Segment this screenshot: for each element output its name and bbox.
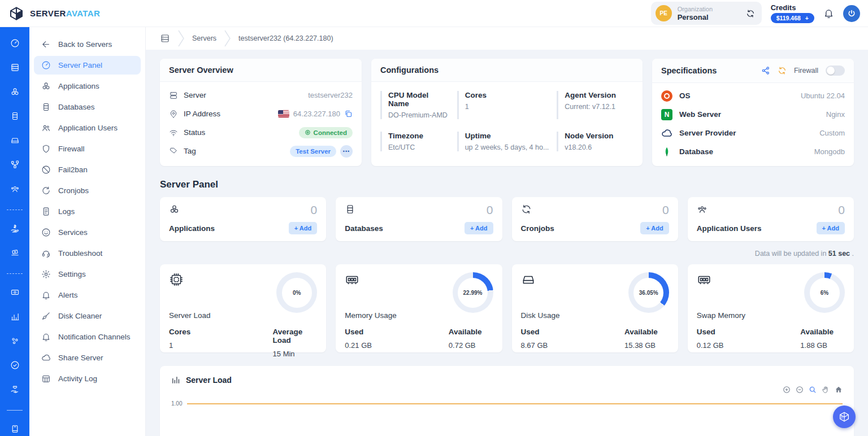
cronjobs-count: 0	[662, 204, 669, 216]
overview-server-row: Server testserver232	[169, 86, 353, 104]
shield-icon	[41, 144, 51, 154]
refresh-specs-icon[interactable]	[778, 66, 787, 75]
metric-card-swap-memory: Swap Memory 6% Used0.12 GB Available1.88…	[688, 264, 854, 352]
sidebar-item-application-users[interactable]: Application Users	[34, 119, 141, 137]
brand[interactable]: SERVERAVATAR	[8, 5, 100, 22]
apps-cluster-icon	[41, 81, 51, 91]
sidebar-item-disk-cleaner[interactable]: Disk Cleaner	[34, 307, 141, 325]
share-icon[interactable]	[761, 66, 770, 75]
cloud-share-icon	[41, 353, 51, 363]
sidebar-item-applications[interactable]: Applications	[34, 77, 141, 95]
sidebar-item-activity-log[interactable]: Activity Log	[34, 369, 141, 388]
sidebar-item-fail2ban[interactable]: Fail2ban	[34, 160, 141, 179]
broom-icon	[41, 311, 51, 321]
switch-organization-icon[interactable]	[746, 9, 755, 18]
disk-usage-donut: 36.05%	[628, 272, 669, 313]
server-panel-heading: Server Panel	[160, 179, 854, 190]
server-overview-card: Server Overview Server testserver232 IP …	[160, 59, 362, 166]
gear-icon	[41, 269, 51, 279]
sidebar-item-share-server[interactable]: Share Server	[34, 348, 141, 367]
users-icon	[41, 123, 51, 133]
database-icon	[41, 102, 51, 112]
arrow-left-icon	[41, 40, 51, 49]
sidebar-item-services[interactable]: Services	[34, 223, 141, 242]
sidebar-item-settings[interactable]: Settings	[34, 265, 141, 284]
rail-divider	[7, 410, 23, 411]
credits-label: Credits	[771, 3, 796, 12]
us-flag-icon	[278, 110, 289, 117]
users-icon	[697, 204, 708, 215]
rail-team-icon[interactable]	[10, 184, 20, 194]
sidebar-item-server-panel[interactable]: Server Panel	[34, 56, 141, 75]
config-timezone: TimezoneEtc/UTC	[380, 132, 449, 151]
rail-device-icon[interactable]	[10, 424, 20, 434]
credits-pill[interactable]: $119.468 +	[771, 13, 814, 23]
sidebar-item-databases[interactable]: Databases	[34, 98, 141, 116]
rail-billing-icon[interactable]	[10, 287, 20, 297]
back-to-servers[interactable]: Back to Servers	[34, 35, 141, 54]
add-application-user-button[interactable]: + Add	[817, 222, 845, 234]
mongodb-leaf-icon	[661, 146, 672, 158]
metric-card-disk-usage: Disk Usage 36.05% Used8.67 GB Available1…	[512, 264, 678, 352]
sidebar-item-logs[interactable]: Logs	[34, 202, 141, 221]
panel-card-applications: 0 Applications + Add	[160, 197, 326, 241]
tag-more-button[interactable]: •••	[340, 145, 353, 158]
add-application-button[interactable]: + Add	[289, 222, 317, 234]
add-cronjob-button[interactable]: + Add	[640, 222, 669, 234]
add-database-button[interactable]: + Add	[465, 222, 493, 234]
icon-rail	[0, 27, 29, 436]
overview-ip-row: IP Address 64.23.227.180	[169, 104, 353, 123]
cloud-icon	[661, 128, 672, 139]
server-list-icon[interactable]	[160, 33, 170, 43]
logout-power-button[interactable]	[843, 5, 860, 22]
configurations-title: Configurations	[380, 66, 439, 75]
sidebar-item-firewall[interactable]: Firewall	[34, 139, 141, 158]
chart-toolbar	[171, 386, 843, 394]
rail-servers-icon[interactable]	[10, 63, 20, 72]
sidebar-item-troubleshoot[interactable]: Troubleshoot	[34, 244, 141, 263]
tag-badge[interactable]: Test Server	[290, 146, 336, 157]
sidebar-item-cronjobs[interactable]: Cronjobs	[34, 181, 141, 200]
rail-applications-icon[interactable]	[10, 87, 20, 97]
rail-network-icon[interactable]	[10, 160, 20, 169]
sidebar-item-alerts[interactable]: Alerts	[34, 286, 141, 304]
organization-selector[interactable]: PE Organization Personal	[651, 2, 762, 25]
cpu-icon	[169, 272, 184, 287]
pan-hand-icon[interactable]	[822, 386, 830, 394]
add-credits-icon[interactable]: +	[805, 15, 809, 21]
rail-cashback-icon[interactable]	[10, 248, 20, 258]
server-load-donut: 0%	[276, 272, 317, 313]
applications-count: 0	[311, 204, 318, 216]
rail-dashboard-icon[interactable]	[10, 38, 20, 48]
breadcrumb-current-server: testserver232 (64.23.227.180)	[238, 34, 333, 42]
rail-rewards-icon[interactable]	[10, 385, 20, 394]
config-uptime: Uptimeup 2 weeks, 5 days, 4 ho...	[457, 132, 549, 151]
notifications-bell-icon[interactable]	[823, 8, 834, 19]
chart-plot-area: 1.00	[171, 400, 843, 407]
selection-zoom-icon[interactable]	[809, 386, 817, 394]
firewall-toggle[interactable]	[826, 66, 845, 76]
threshold-line	[187, 403, 843, 404]
ram-icon	[697, 272, 711, 287]
rail-databases-icon[interactable]	[10, 111, 20, 121]
rail-stats-icon[interactable]	[10, 312, 20, 321]
specifications-card: Specifications Firewall OS Ubuntu 22.04	[652, 59, 854, 166]
support-fab-button[interactable]	[833, 406, 856, 428]
calendar-grid-icon	[41, 374, 51, 383]
rail-tasks-icon[interactable]	[10, 360, 20, 370]
rail-storage-icon[interactable]	[10, 136, 20, 145]
server-load-chart-card: Server Load 1.00	[160, 366, 854, 436]
zoom-in-icon[interactable]	[783, 386, 791, 394]
top-header: SERVERAVATAR PE Organization Personal Cr…	[0, 0, 868, 27]
sidebar-item-notification-channels[interactable]: Notification Channels	[34, 328, 141, 346]
server-icon	[169, 91, 178, 100]
serveravatar-cube-icon	[838, 411, 850, 423]
rail-payout-icon[interactable]	[10, 224, 20, 233]
zoom-out-icon[interactable]	[796, 386, 804, 394]
copy-icon[interactable]	[344, 110, 353, 118]
breadcrumb-servers[interactable]: Servers	[192, 34, 216, 42]
server-overview-title: Server Overview	[169, 66, 233, 75]
log-file-icon	[41, 207, 51, 216]
reset-home-icon[interactable]	[835, 386, 843, 394]
rail-cluster-icon[interactable]	[10, 336, 20, 346]
